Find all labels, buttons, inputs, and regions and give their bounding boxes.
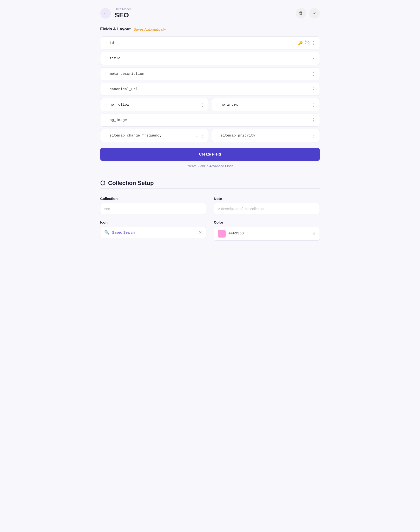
fields-list: ⠿ id 🔑 ⋮ ⠿ title ⋮ (100, 36, 320, 142)
more-menu-sitemap-change-frequency[interactable]: ⋮ (200, 133, 205, 138)
saves-automatically-label: Saves Automatically (134, 27, 166, 31)
field-actions-meta-description: ⋮ (311, 71, 316, 77)
icon-picker[interactable]: 🔍 Saved Search ✕ (100, 227, 206, 238)
header-left: ← Data Model SEO (100, 7, 131, 19)
truncate-indicator: ... (196, 134, 198, 137)
field-actions-og-image: ⋮ (311, 117, 316, 123)
field-name-title: title (110, 56, 309, 61)
create-field-advanced-link[interactable]: Create Field in Advanced Mode (100, 164, 320, 168)
drag-handle-canonical-url[interactable]: ⠿ (104, 87, 107, 91)
field-actions-no-follow: ⋮ (200, 102, 205, 107)
color-swatch (218, 230, 226, 238)
key-icon: 🔑 (298, 41, 303, 45)
fields-section-heading: Fields & Layout Saves Automatically (100, 27, 320, 32)
drag-handle-title[interactable]: ⠿ (104, 56, 107, 60)
field-row-meta-description: ⠿ meta_description ⋮ (100, 67, 320, 80)
eye-off-icon (305, 40, 309, 46)
more-menu-sitemap-priority[interactable]: ⋮ (311, 133, 316, 138)
back-icon: ← (103, 11, 108, 16)
field-row-id: ⠿ id 🔑 ⋮ (100, 36, 320, 49)
field-actions-id: 🔑 ⋮ (298, 40, 316, 46)
collection-setup-heading: ⬡ Collection Setup (100, 180, 320, 186)
collection-input[interactable] (100, 203, 206, 214)
delete-icon: 🗑 (299, 11, 303, 16)
field-actions-sitemap-change-frequency: ... ⋮ (196, 133, 205, 138)
field-name-id: id (110, 41, 295, 45)
header-actions: 🗑 ✓ (296, 8, 320, 18)
field-row-canonical-url: ⠿ canonical_url ⋮ (100, 83, 320, 96)
color-value: #FF99DD (228, 231, 309, 236)
field-actions-no-index: ⋮ (311, 102, 316, 107)
drag-handle-sitemap-priority[interactable]: ⠿ (215, 134, 218, 137)
delete-button[interactable]: 🗑 (296, 8, 306, 18)
field-row-pair-sitemap: ⠿ sitemap_change_frequency ... ⋮ ⠿ sitem… (100, 129, 320, 142)
icon-form-group: Icon 🔍 Saved Search ✕ (100, 220, 206, 241)
note-form-group: Note (214, 196, 320, 214)
field-name-no-follow: no_follow (110, 103, 197, 107)
field-actions-sitemap-priority: ⋮ (311, 133, 316, 138)
note-input[interactable] (214, 203, 320, 214)
page-header: ← Data Model SEO 🗑 ✓ (100, 7, 320, 19)
drag-handle-no-follow[interactable]: ⠿ (104, 103, 107, 107)
collection-setup-title: Collection Setup (108, 180, 154, 186)
saved-search-icon: 🔍 (104, 230, 110, 235)
field-cell-no-index: ⠿ no_index ⋮ (211, 98, 320, 111)
collection-label: Collection (100, 196, 206, 201)
color-picker-clear-button[interactable]: ✕ (312, 231, 316, 236)
more-menu-id[interactable]: ⋮ (311, 40, 316, 46)
confirm-button[interactable]: ✓ (309, 8, 320, 18)
back-button[interactable]: ← (100, 8, 111, 18)
more-menu-no-index[interactable]: ⋮ (311, 102, 316, 107)
create-field-button[interactable]: Create Field (100, 148, 320, 161)
check-icon: ✓ (313, 11, 316, 16)
field-actions-canonical-url: ⋮ (311, 87, 316, 92)
more-menu-canonical-url[interactable]: ⋮ (311, 87, 316, 92)
icon-picker-label: Saved Search (112, 230, 196, 234)
field-cell-sitemap-change-frequency: ⠿ sitemap_change_frequency ... ⋮ (100, 129, 209, 142)
more-menu-og-image[interactable]: ⋮ (311, 117, 316, 123)
field-row-og-image: ⠿ og_image ⋮ (100, 113, 320, 127)
field-name-no-index: no_index (221, 103, 309, 107)
icon-label: Icon (100, 220, 206, 224)
drag-handle-id[interactable]: ⠿ (104, 41, 107, 45)
field-actions-title: ⋮ (311, 56, 316, 61)
field-cell-no-follow: ⠿ no_follow ⋮ (100, 98, 209, 111)
field-row-pair-nofollow-noindex: ⠿ no_follow ⋮ ⠿ no_index ⋮ (100, 98, 320, 111)
field-row-title: ⠿ title ⋮ (100, 52, 320, 65)
icon-picker-clear-button[interactable]: ✕ (198, 230, 202, 235)
more-menu-no-follow[interactable]: ⋮ (200, 102, 205, 107)
drag-handle-meta-description[interactable]: ⠿ (104, 72, 107, 76)
drag-handle-og-image[interactable]: ⠿ (104, 118, 107, 122)
breadcrumb: Data Model (115, 7, 131, 11)
more-menu-meta-description[interactable]: ⋮ (311, 71, 316, 77)
collection-icon: ⬡ (100, 180, 105, 186)
color-picker[interactable]: #FF99DD ✕ (214, 227, 320, 241)
color-label: Color (214, 220, 320, 224)
color-form-group: Color #FF99DD ✕ (214, 220, 320, 241)
field-name-sitemap-change-frequency: sitemap_change_frequency (110, 134, 193, 138)
header-title-group: Data Model SEO (115, 7, 131, 19)
collection-form-group: Collection (100, 196, 206, 214)
fields-heading-text: Fields & Layout (100, 27, 131, 32)
page-title: SEO (115, 11, 131, 19)
collection-form-grid: Collection Note Icon 🔍 Saved Search ✕ Co… (100, 196, 320, 241)
note-label: Note (214, 196, 320, 201)
field-cell-sitemap-priority: ⠿ sitemap_priority ⋮ (211, 129, 320, 142)
field-name-canonical-url: canonical_url (110, 87, 309, 91)
field-name-og-image: og_image (110, 118, 309, 122)
collection-setup-divider (100, 188, 320, 189)
field-name-sitemap-priority: sitemap_priority (221, 134, 309, 138)
drag-handle-sitemap-change-frequency[interactable]: ⠿ (104, 134, 107, 137)
more-menu-title[interactable]: ⋮ (311, 56, 316, 61)
drag-handle-no-index[interactable]: ⠿ (215, 103, 218, 107)
field-name-meta-description: meta_description (110, 72, 309, 76)
